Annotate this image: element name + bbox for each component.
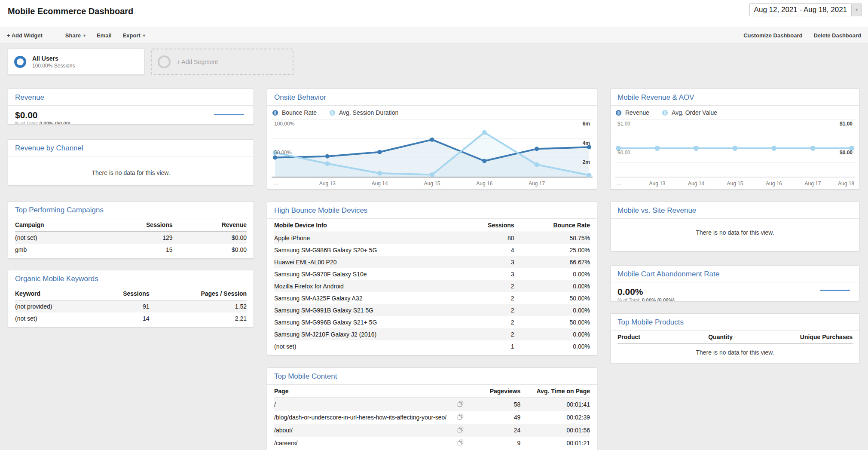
segment-title: All Users bbox=[32, 55, 75, 62]
table-cell: 00:02:39 bbox=[520, 411, 590, 424]
export-button[interactable]: Export ▾ bbox=[123, 32, 145, 39]
open-in-new-icon bbox=[457, 426, 464, 433]
table-cell: 0.00% bbox=[514, 268, 590, 280]
widget-title-link[interactable]: Mobile Cart Abandonment Rate bbox=[611, 266, 859, 282]
table-cell: 1.52 bbox=[150, 300, 247, 313]
svg-text:$0.00: $0.00 bbox=[840, 150, 853, 156]
table-cell: 66.67% bbox=[514, 256, 590, 268]
chart-canvas: 100.00%50.00%6m4m2m…Aug 13Aug 14Aug 15Au… bbox=[272, 117, 593, 189]
open-in-new-icon bbox=[457, 439, 464, 446]
widget-title-link[interactable]: Revenue by Channel bbox=[8, 140, 254, 156]
table-cell: Apple iPhone bbox=[274, 232, 464, 245]
middle-column: Onsite Behavior Bounce Rate Avg. Session… bbox=[267, 75, 597, 450]
widget-title-link[interactable]: Onsite Behavior bbox=[267, 89, 597, 106]
svg-text:100.00%: 100.00% bbox=[274, 121, 295, 127]
widget-columns: Revenue $0.00 % of Total: 0.00% ($0.00) … bbox=[0, 75, 868, 450]
open-in-new-icon bbox=[457, 401, 464, 407]
email-button[interactable]: Email bbox=[97, 32, 112, 39]
table-cell: Mozilla Firefox for Android bbox=[274, 280, 464, 292]
table-row: (not set)142.21 bbox=[15, 312, 247, 324]
table-cell: 49 bbox=[470, 411, 521, 424]
table-cell: gmb bbox=[15, 244, 135, 256]
table-cell: 50.00% bbox=[514, 292, 590, 304]
table-header-row: CampaignSessionsRevenue bbox=[15, 218, 247, 232]
legend-label: Revenue bbox=[625, 109, 649, 116]
widget-title-link[interactable]: Top Performing Campaigns bbox=[8, 202, 254, 218]
column-header: Campaign bbox=[15, 218, 135, 232]
column-header: Sessions bbox=[464, 219, 514, 232]
table-header-row: PagePageviewsAvg. Time on Page bbox=[274, 385, 590, 398]
chart-canvas: $1.00$0.00$1.00$0.00…Aug 13Aug 14Aug 15A… bbox=[615, 117, 855, 189]
table-cell: $0.00 bbox=[173, 244, 247, 256]
widget-mobile-vs-site: Mobile vs. Site Revenue There is no data… bbox=[610, 202, 860, 251]
date-range-selector[interactable]: Aug 12, 2021 - Aug 18, 2021 ▼ bbox=[749, 3, 862, 16]
table-cell: 2 bbox=[464, 304, 514, 316]
open-in-new-icon bbox=[457, 413, 464, 420]
avg-order-value-legend-icon bbox=[662, 110, 668, 116]
widget-top-mobile-content: Top Mobile Content PagePageviewsAvg. Tim… bbox=[267, 367, 597, 450]
table-row: Samsung SM-G970F Galaxy S10e30.00% bbox=[274, 268, 590, 280]
table-cell: /about/ bbox=[274, 424, 451, 437]
widget-title-link[interactable]: Mobile Revenue & AOV bbox=[611, 89, 859, 106]
legend-label: Bounce Rate bbox=[282, 109, 317, 116]
legend-item: Bounce Rate bbox=[272, 109, 317, 116]
share-label: Share bbox=[65, 32, 81, 39]
table-row: /careers/900:01:21 bbox=[274, 437, 590, 450]
add-segment-button[interactable]: + Add Segment bbox=[151, 49, 293, 75]
delete-dashboard-button[interactable]: Delete Dashboard bbox=[813, 32, 861, 39]
svg-text:Aug 17: Aug 17 bbox=[529, 181, 545, 187]
table-cell: 2.21 bbox=[150, 312, 247, 324]
add-widget-button[interactable]: + Add Widget bbox=[7, 32, 43, 39]
revenue-total-line: % of Total: 0.00% ($0.00) bbox=[8, 121, 254, 125]
table-cell: 00:01:21 bbox=[520, 437, 590, 450]
table-row: Apple iPhone8058.75% bbox=[274, 232, 590, 245]
table-row: (not set)129$0.00 bbox=[15, 232, 247, 244]
table-cell: 9 bbox=[470, 437, 521, 450]
open-link-button[interactable] bbox=[451, 398, 470, 411]
svg-text:Aug 16: Aug 16 bbox=[476, 181, 492, 187]
sparkline bbox=[214, 114, 244, 115]
add-segment-label: + Add Segment bbox=[177, 58, 218, 65]
widget-title-link[interactable]: Top Mobile Content bbox=[267, 368, 597, 385]
chart-legend: Bounce Rate Avg. Session Duration bbox=[267, 106, 597, 117]
legend-label: Avg. Order Value bbox=[672, 109, 717, 116]
table-cell: 58.75% bbox=[514, 232, 590, 245]
legend-item: Avg. Order Value bbox=[662, 109, 717, 116]
share-button[interactable]: Share ▾ bbox=[65, 32, 86, 39]
svg-text:4m: 4m bbox=[583, 140, 590, 146]
table-cell: 15 bbox=[135, 244, 172, 256]
products-table: ProductQuantityUnique PurchasesThere is … bbox=[617, 331, 853, 356]
widget-title-link[interactable]: Mobile vs. Site Revenue bbox=[611, 202, 859, 219]
widget-title-link[interactable]: High Bounce Mobile Devices bbox=[267, 202, 597, 219]
open-link-button[interactable] bbox=[451, 437, 470, 450]
svg-text:6m: 6m bbox=[583, 121, 590, 127]
campaigns-table: CampaignSessionsRevenue(not set)129$0.00… bbox=[15, 218, 247, 256]
customize-dashboard-button[interactable]: Customize Dashboard bbox=[743, 32, 802, 39]
segment-all-users[interactable]: All Users 100.00% Sessions bbox=[8, 49, 144, 75]
widget-title-link[interactable]: Revenue bbox=[8, 89, 254, 106]
legend-item: Avg. Session Duration bbox=[330, 109, 398, 116]
export-label: Export bbox=[123, 32, 141, 39]
page-title: Mobile Ecommerce Dashboard bbox=[8, 6, 133, 16]
segment-ring-icon bbox=[14, 56, 26, 68]
chevron-down-icon: ▼ bbox=[852, 3, 862, 16]
table-cell: Samsung SM-G991B Galaxy S21 5G bbox=[274, 304, 464, 316]
widget-title-link[interactable]: Top Mobile Products bbox=[611, 314, 859, 331]
table-header-row: KeywordSessionsPages / Session bbox=[15, 287, 247, 300]
open-link-button[interactable] bbox=[451, 411, 470, 424]
percent-of-total-value: 0.00% (0.00%) bbox=[642, 297, 675, 301]
svg-text:Aug 14: Aug 14 bbox=[688, 181, 704, 187]
widget-top-products: Top Mobile Products ProductQuantityUniqu… bbox=[610, 313, 860, 363]
app-header: Mobile Ecommerce Dashboard Aug 12, 2021 … bbox=[0, 0, 868, 27]
widget-title-link[interactable]: Organic Mobile Keywords bbox=[8, 270, 254, 287]
table-cell: /careers/ bbox=[274, 437, 451, 450]
table-cell: 2 bbox=[464, 328, 514, 340]
open-link-button[interactable] bbox=[451, 424, 470, 437]
svg-text:…: … bbox=[617, 181, 622, 187]
table-cell: 80 bbox=[464, 232, 514, 245]
no-data-message: There is no data for this view. bbox=[8, 169, 254, 176]
content-table: PagePageviewsAvg. Time on Page/5800:01:4… bbox=[274, 385, 590, 450]
no-data-message: There is no data for this view. bbox=[617, 349, 853, 356]
sparkline bbox=[820, 290, 850, 291]
onsite-behavior-chart: 100.00%50.00%6m4m2m…Aug 13Aug 14Aug 15Au… bbox=[272, 117, 593, 189]
